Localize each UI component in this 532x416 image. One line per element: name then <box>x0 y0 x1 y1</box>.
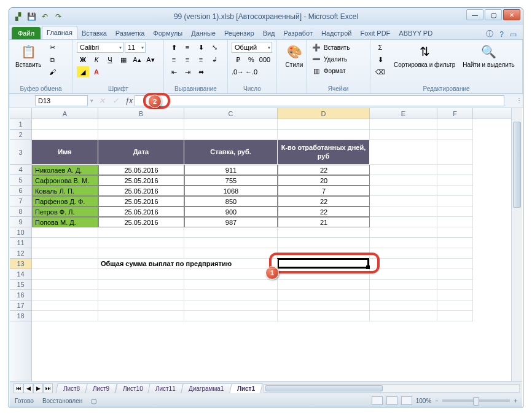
cell-B7[interactable]: 25.05.2016 <box>98 196 184 206</box>
cell-D9[interactable]: 21 <box>278 217 370 227</box>
cell-B2[interactable] <box>98 130 184 140</box>
maximize-button[interactable]: ▢ <box>485 9 502 20</box>
cell-D3[interactable]: К-во отработанных дней, руб <box>278 140 370 165</box>
cell-D2[interactable] <box>278 130 370 140</box>
first-sheet-button[interactable]: ⏮ <box>14 383 23 393</box>
cell-F11[interactable] <box>437 238 473 248</box>
styles-button[interactable]: 🎨 Стили <box>281 42 308 69</box>
cell-C1[interactable] <box>184 119 278 130</box>
cell-D1[interactable] <box>278 119 370 130</box>
column-header-C[interactable]: C <box>184 108 278 119</box>
format-painter-icon[interactable]: 🖌 <box>46 66 58 77</box>
cell-B12[interactable] <box>98 248 184 259</box>
tab-insert[interactable]: Вставка <box>77 27 111 39</box>
cell-F3[interactable] <box>437 140 473 165</box>
cell-A1[interactable] <box>32 119 98 130</box>
align-top-icon[interactable]: ⬆ <box>168 42 180 53</box>
cell-A6[interactable]: Коваль Л. П. <box>32 186 98 196</box>
cell-B9[interactable]: 25.05.2016 <box>98 217 184 227</box>
delete-cells-icon[interactable]: ➖ <box>310 53 323 65</box>
number-format-combo[interactable]: Общий <box>232 42 272 53</box>
tab-file[interactable]: Файл <box>12 27 41 39</box>
cell-B10[interactable] <box>98 227 184 238</box>
cell-C8[interactable]: 900 <box>184 206 278 217</box>
italic-icon[interactable]: К <box>90 54 103 65</box>
cell-D17[interactable] <box>278 300 370 311</box>
align-bottom-icon[interactable]: ⬇ <box>195 42 207 53</box>
cell-A9[interactable]: Попова М. Д. <box>32 217 98 227</box>
cell-F16[interactable] <box>437 290 473 300</box>
insert-cells-icon[interactable]: ➕ <box>310 42 323 53</box>
tab-data[interactable]: Данные <box>187 27 220 39</box>
cell-E18[interactable] <box>370 311 437 321</box>
page-break-view-button[interactable] <box>401 396 412 405</box>
sort-filter-button[interactable]: ⇅ Сортировка и фильтр <box>391 42 458 69</box>
cell-C14[interactable] <box>184 269 278 280</box>
column-header-A[interactable]: A <box>32 108 98 119</box>
row-header-9[interactable]: 9 <box>10 217 31 227</box>
page-layout-view-button[interactable] <box>386 396 397 405</box>
redo-icon[interactable]: ↷ <box>53 12 63 22</box>
grow-font-icon[interactable]: A▴ <box>131 54 143 65</box>
formula-bar-input[interactable] <box>135 95 504 106</box>
row-header-7[interactable]: 7 <box>10 196 31 206</box>
name-box[interactable]: D13 <box>35 95 88 106</box>
align-right-icon[interactable]: ≡ <box>195 54 207 65</box>
tab-developer[interactable]: Разработ <box>280 27 317 39</box>
cell-F18[interactable] <box>437 311 473 321</box>
row-header-3[interactable]: 3 <box>10 140 31 165</box>
increase-indent-icon[interactable]: ⇥ <box>181 66 194 77</box>
cell-A3[interactable]: Имя <box>32 140 98 165</box>
row-header-1[interactable]: 1 <box>10 119 31 130</box>
cell-F14[interactable] <box>437 269 473 280</box>
cell-E9[interactable] <box>370 217 437 227</box>
last-sheet-button[interactable]: ⏭ <box>43 383 53 393</box>
cell-E8[interactable] <box>370 206 437 217</box>
tab-foxit[interactable]: Foxit PDF <box>356 27 394 39</box>
cell-B8[interactable]: 25.05.2016 <box>98 206 184 217</box>
row-header-14[interactable]: 14 <box>10 269 31 280</box>
cell-D15[interactable] <box>278 280 370 290</box>
column-header-F[interactable]: F <box>437 108 473 119</box>
cell-C15[interactable] <box>184 280 278 290</box>
fx-icon[interactable]: ƒx <box>123 96 135 106</box>
help-icon[interactable]: ? <box>499 30 504 39</box>
cell-D8[interactable]: 22 <box>278 206 370 217</box>
cell-A2[interactable] <box>32 130 98 140</box>
percent-icon[interactable]: % <box>245 54 257 65</box>
cell-F10[interactable] <box>437 227 473 238</box>
tab-formulas[interactable]: Формулы <box>149 27 187 39</box>
cell-B4[interactable]: 25.05.2016 <box>98 165 184 175</box>
cell-F4[interactable] <box>437 165 473 175</box>
cell-C18[interactable] <box>184 311 278 321</box>
cell-B5[interactable]: 25.05.2016 <box>98 175 184 186</box>
close-button[interactable]: ✕ <box>503 9 520 20</box>
cell-B14[interactable] <box>98 269 184 280</box>
cell-F15[interactable] <box>437 280 473 290</box>
align-center-icon[interactable]: ≡ <box>181 54 194 65</box>
tab-layout[interactable]: Разметка <box>111 27 149 39</box>
shrink-font-icon[interactable]: A▾ <box>144 54 157 65</box>
cell-E14[interactable] <box>370 269 437 280</box>
sheet-tab-Лист9[interactable]: Лист9 <box>85 383 118 393</box>
cell-A4[interactable]: Николаев А. Д. <box>32 165 98 175</box>
paste-button[interactable]: 📋 Вставить <box>13 42 44 69</box>
minimize-ribbon-icon[interactable]: ⓘ <box>486 29 493 39</box>
row-header-15[interactable]: 15 <box>10 280 31 290</box>
undo-icon[interactable]: ↶ <box>40 12 50 22</box>
cell-A16[interactable] <box>32 290 98 300</box>
fill-color-icon[interactable]: ◢ <box>77 66 89 77</box>
cell-F2[interactable] <box>437 130 473 140</box>
cell-E5[interactable] <box>370 175 437 186</box>
cell-B15[interactable] <box>98 280 184 290</box>
wrap-text-icon[interactable]: ↲ <box>208 54 221 65</box>
worksheet[interactable]: ABCDEF 123456789101112131415161718 ИмяДа… <box>10 108 522 381</box>
sheet-tab-Лист11[interactable]: Лист11 <box>148 383 184 393</box>
zoom-in-button[interactable]: + <box>514 398 517 404</box>
cell-E1[interactable] <box>370 119 437 130</box>
select-all-button[interactable] <box>10 108 32 119</box>
row-header-8[interactable]: 8 <box>10 206 31 217</box>
row-header-12[interactable]: 12 <box>10 248 31 259</box>
row-header-2[interactable]: 2 <box>10 130 31 140</box>
cell-C2[interactable] <box>184 130 278 140</box>
